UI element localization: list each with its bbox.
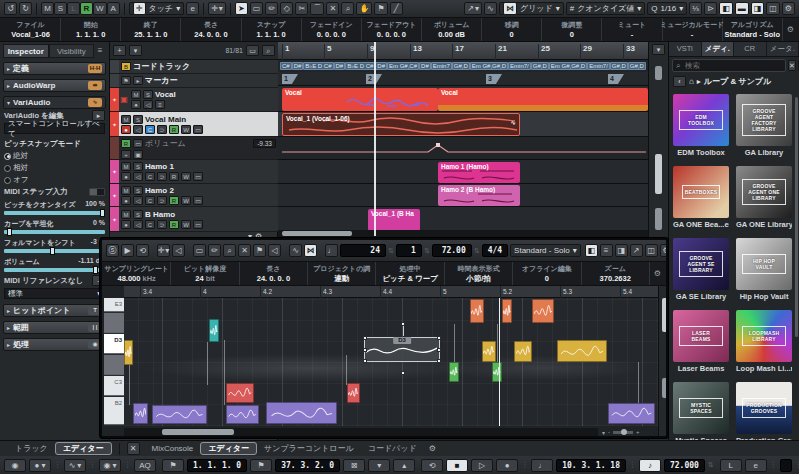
track-name[interactable]: Hamo 1 xyxy=(145,162,174,171)
editor-info-cell[interactable]: サンプリングレート 48.000 kHz xyxy=(103,262,171,285)
slider-thumb[interactable] xyxy=(50,247,55,255)
inspector-tab[interactable]: Inspector xyxy=(3,44,49,58)
chord-event[interactable]: B♭E D C# xyxy=(345,62,375,70)
piano-key-selected[interactable]: D3 xyxy=(104,334,124,354)
insert-bypass-button[interactable]: ⊃ xyxy=(157,196,167,205)
tool-selector[interactable]: ✛ タッチ ▾ xyxy=(129,2,185,15)
variaudio-segment[interactable] xyxy=(482,341,496,362)
chord-event[interactable]: Emin7/ xyxy=(508,62,531,70)
selected-track-row[interactable]: ✦ M S Vocal Main ● ◁ C ⊃ R W ▭ xyxy=(110,112,278,137)
radio-icon[interactable] xyxy=(4,153,11,160)
write-automation-button[interactable]: W xyxy=(181,172,191,181)
info-cell[interactable]: 長さ 24. 0. 0. 0 xyxy=(181,18,241,41)
monitor-button[interactable]: ◁ xyxy=(133,125,143,134)
track-row[interactable]: ✦ M S Hamo 1 ● ◁ C ⊃ R W ▭ xyxy=(110,160,278,184)
open-in-window-icon[interactable]: ↗ xyxy=(630,244,643,257)
cycle-button[interactable]: ⟲ xyxy=(421,459,443,472)
mute-tool[interactable]: ✕ xyxy=(326,2,339,15)
left-zone-tab[interactable]: エディター xyxy=(55,442,112,455)
quantize-note-icon[interactable]: ♩ xyxy=(325,244,338,257)
chord-event[interactable]: D# xyxy=(334,62,346,70)
track-name[interactable]: Hamo 2 xyxy=(145,186,174,195)
chord-event[interactable]: G#,D xyxy=(452,62,470,70)
channel-strip-icon[interactable]: ▭ xyxy=(193,172,203,181)
vocal-folder-clip-2[interactable]: Vocal xyxy=(438,88,648,111)
play-tool[interactable]: ⚑ xyxy=(374,2,387,15)
info-value[interactable]: 0. 0. 0. 0 xyxy=(317,30,346,39)
nudge-palette-button[interactable]: ✛▾ xyxy=(208,2,226,15)
editor-info-cell[interactable]: 時間表示形式 小節/拍 xyxy=(445,262,513,285)
media-rack-tab[interactable]: CR xyxy=(734,42,767,56)
tempo-display[interactable]: 72.000 xyxy=(664,459,705,472)
editor-info-cell[interactable]: ビット解像度 24 bit xyxy=(171,262,239,285)
lower-zone-tab[interactable]: エディター xyxy=(200,442,257,455)
section-definition[interactable]: ▸ 定義 H·H xyxy=(3,62,106,75)
folder-open-icon[interactable]: ▣ xyxy=(119,88,129,111)
stop-button[interactable]: ■ xyxy=(446,459,468,472)
solo-button[interactable]: S xyxy=(133,115,143,124)
track-row[interactable]: ✦ M S Hamo 2 ● ◁ C ⊃ R W ▭ xyxy=(110,184,278,207)
left-locator-value[interactable]: 1. 1. 1. 0 xyxy=(187,459,247,472)
media-tile[interactable]: EDM TOOLBOX EDM Toolbox xyxy=(673,94,729,157)
channel-strip-icon[interactable]: ▭ xyxy=(193,125,203,134)
info-cell[interactable]: アルゴリズム Standard - Solo xyxy=(723,18,783,41)
track-name[interactable]: マーカー xyxy=(145,75,177,86)
group-icon[interactable]: ≡ xyxy=(155,100,165,109)
left-locator-flag-icon[interactable]: ⚑ xyxy=(162,459,184,472)
edit-channel-button[interactable]: e xyxy=(186,2,199,15)
media-tile[interactable]: MYSTIC SPACES Mystic Spaces xyxy=(673,382,729,440)
info-cell[interactable]: 終了 25. 1. 1. 0 xyxy=(121,18,181,41)
back-icon[interactable]: ‹ xyxy=(673,76,686,87)
mute-button[interactable]: M xyxy=(121,186,131,195)
tile-artwork[interactable]: LOOPMASH LIBRARY xyxy=(736,310,792,362)
info-cell[interactable]: ファイル Vocal_1-06 xyxy=(1,18,61,41)
editor-tempo-value[interactable]: 72.00 xyxy=(432,244,472,257)
track-filter-dropdown[interactable]: ▾ xyxy=(129,45,142,56)
media-tile[interactable]: GROOVE AGENT SE LIBRARY GA SE Library xyxy=(673,238,729,301)
hamo1-clip[interactable]: Hamo 1 (Hamo) xyxy=(438,162,520,183)
record-arm-button[interactable]: ● xyxy=(121,196,131,205)
slider-track[interactable] xyxy=(4,230,105,234)
automation-button[interactable]: L xyxy=(67,2,80,15)
editor-info-cell[interactable]: 処理中 ピッチ & ワープ xyxy=(376,262,444,285)
monitor-button[interactable]: ◁ xyxy=(133,172,143,181)
channel-strip-icon[interactable]: ▭ xyxy=(193,196,203,205)
mute-button[interactable]: M xyxy=(121,162,131,171)
media-tile[interactable]: BEATBOXES GA ONE Bea...es xyxy=(673,166,729,229)
write-automation-button[interactable]: W xyxy=(181,196,191,205)
toolbar-setup-gear-icon[interactable]: ⚙ xyxy=(782,2,795,15)
constrain-delay-button[interactable]: ◉ xyxy=(4,459,26,472)
step-count-value[interactable]: 1 xyxy=(396,244,422,257)
smart-controls-dropdown[interactable]: スマートコントロールすべて xyxy=(4,123,105,134)
editor-snap-button[interactable]: ⋈ xyxy=(304,244,317,257)
variaudio-segment[interactable] xyxy=(492,362,502,382)
bhamo-lane[interactable] xyxy=(278,207,648,232)
editor-snap-zero-icon[interactable]: ∿ xyxy=(289,244,302,257)
solo-button[interactable]: S xyxy=(133,162,143,171)
monitor-button[interactable]: ◁ xyxy=(143,100,153,109)
automation-lane[interactable] xyxy=(278,137,648,160)
editor-zoom-slider[interactable] xyxy=(662,378,668,398)
variaudio-segment[interactable] xyxy=(532,299,554,323)
editor-info-value[interactable]: 370.2632 xyxy=(600,274,631,283)
chord-event[interactable]: Emin7 xyxy=(431,62,452,70)
variaudio-segment[interactable] xyxy=(514,341,532,362)
zoom-tool[interactable]: ⌕ xyxy=(341,2,354,15)
draw-tool[interactable]: ✏ xyxy=(265,2,278,15)
editor-info-cell[interactable]: 長さ 24. 0. 0. 0 xyxy=(240,262,308,285)
right-zone-toggle[interactable]: ◨ xyxy=(751,2,765,15)
record-mode-dropdown[interactable]: ●▾ xyxy=(29,459,51,472)
punch-out-button[interactable]: ▴ xyxy=(393,459,415,472)
lower-zone-tab[interactable]: サンプラーコントロール xyxy=(257,443,361,454)
piano-key[interactable]: C3 xyxy=(104,376,124,396)
musical-mode-icon[interactable]: ∿ xyxy=(511,119,516,127)
editor-info-cell[interactable]: プロジェクトの調 連動 xyxy=(308,262,376,285)
marker-icon[interactable]: ⚑ xyxy=(121,76,131,85)
midi-record-mode-dropdown[interactable]: ◉▾ xyxy=(99,459,121,472)
variaudio-segment[interactable] xyxy=(133,403,148,424)
editor-info-value[interactable]: 連動 xyxy=(334,274,349,284)
segment-handle[interactable] xyxy=(363,359,367,363)
lane-folder-icon[interactable]: ▣ xyxy=(133,150,143,159)
info-cell[interactable]: 微調整 0 xyxy=(542,18,602,41)
media-tile[interactable]: GROOVE AGENT FACTORY LIBRARY GA Library xyxy=(736,94,792,157)
